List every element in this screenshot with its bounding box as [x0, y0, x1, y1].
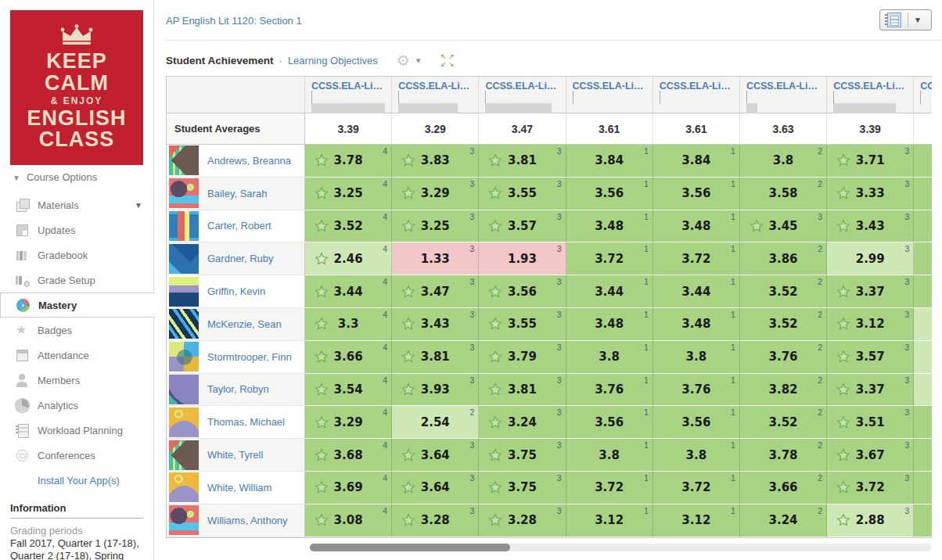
objective-link[interactable]: CCSS.ELA-Lite...	[920, 81, 932, 92]
mastery-score-cell[interactable]: 3.813	[479, 145, 566, 178]
mastery-score-cell[interactable]: 3.643	[392, 439, 479, 472]
objective-link[interactable]: CCSS.ELA-Lite...	[311, 81, 385, 92]
mastery-score-cell[interactable]: 3.444	[305, 275, 392, 308]
sidebar-item-install-your-app-s[interactable]: Install Your App(s)	[0, 468, 153, 493]
mastery-score-cell[interactable]: 3.561	[566, 406, 653, 439]
mastery-score-cell[interactable]: 1.933	[479, 242, 566, 275]
student-name-link[interactable]: Williams, Anthony	[207, 515, 288, 526]
student-name-link[interactable]: Andrews, Breanna	[207, 155, 291, 167]
student-name-link[interactable]: Gardner, Ruby	[207, 253, 274, 264]
mastery-score-cell[interactable]	[914, 374, 932, 407]
mastery-score-cell[interactable]: 3.433	[392, 308, 479, 341]
mastery-score-cell[interactable]: 3.473	[392, 275, 479, 308]
mastery-score-cell[interactable]: 3.723	[827, 472, 914, 504]
mastery-score-cell[interactable]	[914, 145, 932, 178]
mastery-score-cell[interactable]: 3.253	[392, 210, 479, 243]
mastery-score-cell[interactable]: 3.441	[653, 275, 740, 308]
mastery-score-cell[interactable]: 3.084	[305, 504, 392, 537]
mastery-score-cell[interactable]: 3.933	[392, 374, 479, 407]
objective-link[interactable]: CCSS.ELA-Lite...	[398, 81, 472, 92]
mastery-score-cell[interactable]	[914, 472, 932, 504]
mastery-score-cell[interactable]: 3.333	[827, 178, 914, 210]
mastery-score-cell[interactable]: 3.553	[479, 178, 566, 210]
course-breadcrumb-link[interactable]: AP English Lit 1120: Section 1	[166, 15, 302, 27]
sidebar-item-attendance[interactable]: Attendance	[0, 343, 153, 368]
mastery-score-cell[interactable]: 3.762	[740, 341, 827, 374]
student-name-link[interactable]: Carter, Robert	[207, 220, 271, 232]
mastery-score-cell[interactable]: 3.524	[305, 210, 392, 243]
horizontal-scrollbar-thumb[interactable]	[310, 544, 510, 551]
mastery-score-cell[interactable]: 3.721	[566, 242, 653, 275]
sidebar-item-materials[interactable]: Materials▼	[0, 192, 153, 217]
mastery-score-cell[interactable]: 3.34	[305, 308, 392, 341]
mastery-score-cell[interactable]: 2.883	[827, 504, 914, 537]
mastery-score-cell[interactable]: 3.522	[740, 308, 827, 341]
mastery-score-cell[interactable]: 3.254	[305, 178, 392, 210]
mastery-score-cell[interactable]: 3.841	[566, 145, 653, 178]
mastery-score-cell[interactable]: 3.573	[827, 341, 914, 374]
student-name-link[interactable]: Thomas, Michael	[207, 416, 285, 428]
mastery-score-cell[interactable]: 3.782	[740, 439, 827, 472]
mastery-score-cell[interactable]: 3.761	[566, 374, 653, 407]
objective-link[interactable]: CCSS.ELA-Lite...	[660, 81, 733, 92]
mastery-score-cell[interactable]: 3.753	[479, 439, 566, 472]
mastery-score-cell[interactable]: 3.721	[653, 242, 740, 275]
mastery-score-cell[interactable]: 3.513	[827, 406, 914, 439]
mastery-score-cell[interactable]: 2.542	[392, 406, 479, 439]
mastery-score-cell[interactable]	[914, 178, 932, 210]
mastery-score-cell[interactable]: 3.664	[305, 341, 392, 374]
mastery-score-cell[interactable]: 3.673	[827, 439, 914, 472]
objective-link[interactable]: CCSS.ELA-Lite...	[746, 81, 820, 92]
mastery-score-cell[interactable]: 3.373	[827, 275, 914, 308]
view-selector-button[interactable]: ▼	[879, 9, 932, 31]
mastery-score-cell[interactable]: 3.242	[740, 504, 827, 537]
mastery-score-cell[interactable]: 3.441	[566, 275, 653, 308]
sidebar-item-badges[interactable]: Badges	[0, 318, 153, 343]
sidebar-item-updates[interactable]: Updates	[0, 217, 153, 242]
student-name-link[interactable]: Taylor, Robyn	[207, 383, 269, 395]
sidebar-item-conferences[interactable]: Conferences	[0, 443, 153, 468]
student-name-link[interactable]: White, Tyrell	[207, 449, 263, 461]
mastery-score-cell[interactable]: 3.841	[653, 145, 740, 178]
mastery-score-cell[interactable]	[914, 242, 932, 275]
objective-link[interactable]: CCSS.ELA-Lite...	[833, 81, 907, 92]
mastery-score-cell[interactable]: 3.813	[392, 341, 479, 374]
mastery-score-cell[interactable]: 3.243	[479, 406, 566, 439]
mastery-score-cell[interactable]: 3.373	[827, 374, 914, 407]
mastery-score-cell[interactable]	[914, 504, 932, 537]
course-options-toggle[interactable]: ▼Course Options	[13, 171, 97, 183]
mastery-score-cell[interactable]: 2.993	[827, 242, 914, 275]
mastery-score-cell[interactable]	[914, 275, 932, 308]
student-name-link[interactable]: Griffin, Kevin	[207, 285, 265, 297]
mastery-score-cell[interactable]: 3.481	[653, 210, 740, 243]
mastery-score-cell[interactable]: 3.123	[827, 308, 914, 341]
mastery-score-cell[interactable]: 3.684	[305, 439, 392, 472]
sidebar-item-workload-planning[interactable]: Workload Planning	[0, 418, 153, 443]
objective-link[interactable]: CCSS.ELA-Lite...	[485, 81, 559, 92]
sidebar-item-gradebook[interactable]: Gradebook	[0, 242, 153, 267]
mastery-score-cell[interactable]: 3.283	[479, 504, 566, 537]
sidebar-item-grade-setup[interactable]: Grade Setup	[0, 267, 153, 293]
mastery-score-cell[interactable]: 3.81	[653, 439, 740, 472]
mastery-score-cell[interactable]: 3.563	[479, 275, 566, 308]
mastery-score-cell[interactable]: 3.721	[566, 472, 653, 504]
mastery-score-cell[interactable]: 3.753	[479, 472, 566, 504]
learning-objectives-link[interactable]: Learning Objectives	[288, 55, 378, 66]
horizontal-scrollbar-track[interactable]	[310, 544, 931, 551]
mastery-score-cell[interactable]: 1.333	[392, 242, 479, 275]
mastery-score-cell[interactable]: 3.481	[566, 308, 653, 341]
sidebar-item-members[interactable]: Members	[0, 368, 153, 393]
fullscreen-expand-button[interactable]: ↖↗↙↘	[440, 52, 455, 68]
mastery-score-cell[interactable]: 3.793	[479, 341, 566, 374]
mastery-score-cell[interactable]	[914, 308, 932, 341]
mastery-score-cell[interactable]: 3.293	[392, 178, 479, 210]
mastery-score-cell[interactable]: 3.862	[740, 242, 827, 275]
student-name-link[interactable]: McKenzie, Sean	[207, 318, 282, 330]
mastery-score-cell[interactable]: 3.822	[740, 374, 827, 407]
sidebar-item-mastery[interactable]: Mastery	[0, 293, 155, 318]
objective-link[interactable]: CCSS.ELA-Lite...	[573, 81, 646, 92]
mastery-score-cell[interactable]: 3.721	[653, 472, 740, 504]
mastery-score-cell[interactable]: 3.522	[740, 275, 827, 308]
mastery-score-cell[interactable]	[914, 406, 932, 439]
mastery-score-cell[interactable]: 3.694	[305, 472, 392, 504]
